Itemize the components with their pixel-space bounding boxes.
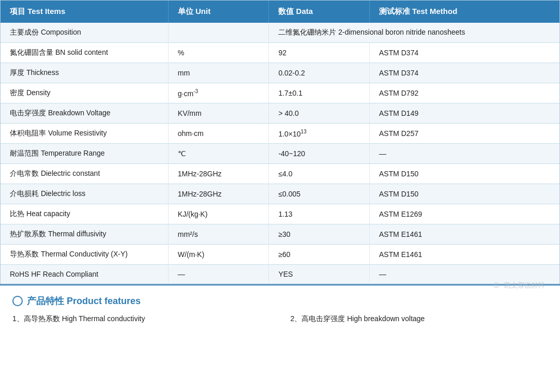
cell-method: ASTM D150: [369, 184, 559, 204]
test-items-table: 项目 Test Items 单位 Unit 数值 Data 测试标准 Test …: [1, 1, 559, 284]
cell-item: 导热系数 Thermal Conductivity (X-Y): [1, 245, 168, 265]
cell-unit: %: [168, 43, 269, 63]
cell-data: ≤4.0: [269, 164, 370, 184]
cell-method: ASTM D374: [369, 63, 559, 83]
cell-item: 厚度 Thickness: [1, 63, 168, 83]
cell-unit: KJ/(kg·K): [168, 204, 269, 224]
cell-unit: ohm·cm: [168, 124, 269, 144]
cell-method: —: [369, 144, 559, 164]
cell-item: 介电常数 Dielectric constant: [1, 164, 168, 184]
header-col-method: 测试标准 Test Method: [369, 1, 559, 23]
product-features-heading: 产品特性 Product features: [12, 295, 548, 307]
cell-unit: 1MHz-28GHz: [168, 164, 269, 184]
table-row: 热扩散系数 Thermal diffusivitymm²/s≥30ASTM E1…: [1, 224, 559, 245]
table-header-row: 项目 Test Items 单位 Unit 数值 Data 测试标准 Test …: [1, 1, 559, 23]
cell-method: ASTM E1269: [369, 204, 559, 224]
table-row: 导热系数 Thermal Conductivity (X-Y)W/(m·K)≥6…: [1, 245, 559, 265]
product-features-title-text: 产品特性 Product features: [27, 295, 141, 307]
table-row: 介电损耗 Dielectric loss1MHz-28GHz≤0.005ASTM…: [1, 184, 559, 204]
cell-data: 1.7±0.1: [269, 83, 370, 103]
table-row: 耐温范围 Temperature Range℃-40~120—: [1, 144, 559, 164]
cell-item: 密度 Density: [1, 83, 168, 103]
cell-unit: W/(m·K): [168, 245, 269, 265]
cell-item: 体积电阻率 Volume Resistivity: [1, 124, 168, 144]
data-table-wrapper: 项目 Test Items 单位 Unit 数值 Data 测试标准 Test …: [0, 0, 560, 284]
cell-unit: —: [168, 265, 269, 284]
watermark-text: 凯文萦说材料: [504, 281, 544, 290]
cell-method: ASTM D792: [369, 83, 559, 103]
cell-data: 二维氮化硼纳米片 2-dimensional boron nitride nan…: [269, 23, 559, 43]
table-row: 比热 Heat capacityKJ/(kg·K)1.13ASTM E1269: [1, 204, 559, 224]
cell-unit: KV/mm: [168, 103, 269, 124]
features-row: 1、高导热系数 High Thermal conductivity 2、高电击穿…: [12, 314, 548, 324]
cell-unit: 1MHz-28GHz: [168, 184, 269, 204]
cell-data: ≥60: [269, 245, 370, 265]
feature-2: 2、高电击穿强度 High breakdown voltage: [291, 314, 548, 324]
cell-unit: g·cm-3: [168, 83, 269, 103]
header-col-item: 项目 Test Items: [1, 1, 168, 23]
cell-data: ≤0.005: [269, 184, 370, 204]
header-col-data: 数值 Data: [269, 1, 370, 23]
page-container: 项目 Test Items 单位 Unit 数值 Data 测试标准 Test …: [0, 0, 560, 332]
table-row: RoHS HF Reach Compliant—YES—: [1, 265, 559, 284]
cell-method: ASTM D149: [369, 103, 559, 124]
table-row: 电击穿强度 Breakdown VoltageKV/mm> 40.0ASTM D…: [1, 103, 559, 124]
watermark-icon: ☺: [492, 280, 501, 291]
cell-method: ASTM E1461: [369, 224, 559, 245]
cell-data: > 40.0: [269, 103, 370, 124]
cell-item: 主要成份 Composition: [1, 23, 168, 43]
table-row: 密度 Densityg·cm-31.7±0.1ASTM D792: [1, 83, 559, 103]
cell-data: 0.02-0.2: [269, 63, 370, 83]
table-row: 体积电阻率 Volume Resistivityohm·cm1.0×1013AS…: [1, 124, 559, 144]
cell-item: 氮化硼固含量 BN solid content: [1, 43, 168, 63]
watermark: ☺ 凯文萦说材料: [492, 280, 544, 291]
cell-method: ASTM E1461: [369, 245, 559, 265]
circle-icon: [12, 296, 23, 306]
table-body: 主要成份 Composition二维氮化硼纳米片 2-dimensional b…: [1, 23, 559, 284]
bottom-section: 产品特性 Product features 1、高导热系数 High Therm…: [0, 284, 560, 332]
cell-method: ASTM D257: [369, 124, 559, 144]
cell-method: ASTM D150: [369, 164, 559, 184]
cell-item: 介电损耗 Dielectric loss: [1, 184, 168, 204]
cell-method: ASTM D374: [369, 43, 559, 63]
cell-item: 比热 Heat capacity: [1, 204, 168, 224]
cell-data: 1.0×1013: [269, 124, 370, 144]
cell-unit: mm: [168, 63, 269, 83]
cell-item: 耐温范围 Temperature Range: [1, 144, 168, 164]
header-col-unit: 单位 Unit: [168, 1, 269, 23]
table-row: 主要成份 Composition二维氮化硼纳米片 2-dimensional b…: [1, 23, 559, 43]
cell-item: RoHS HF Reach Compliant: [1, 265, 168, 284]
table-row: 氮化硼固含量 BN solid content%92ASTM D374: [1, 43, 559, 63]
cell-data: -40~120: [269, 144, 370, 164]
cell-data: YES: [269, 265, 370, 284]
cell-unit: [168, 23, 269, 43]
cell-item: 热扩散系数 Thermal diffusivity: [1, 224, 168, 245]
cell-item: 电击穿强度 Breakdown Voltage: [1, 103, 168, 124]
table-row: 厚度 Thicknessmm0.02-0.2ASTM D374: [1, 63, 559, 83]
table-row: 介电常数 Dielectric constant1MHz-28GHz≤4.0AS…: [1, 164, 559, 184]
cell-data: 92: [269, 43, 370, 63]
feature-1: 1、高导热系数 High Thermal conductivity: [12, 314, 270, 324]
cell-data: 1.13: [269, 204, 370, 224]
cell-unit: mm²/s: [168, 224, 269, 245]
cell-unit: ℃: [168, 144, 269, 164]
cell-data: ≥30: [269, 224, 370, 245]
